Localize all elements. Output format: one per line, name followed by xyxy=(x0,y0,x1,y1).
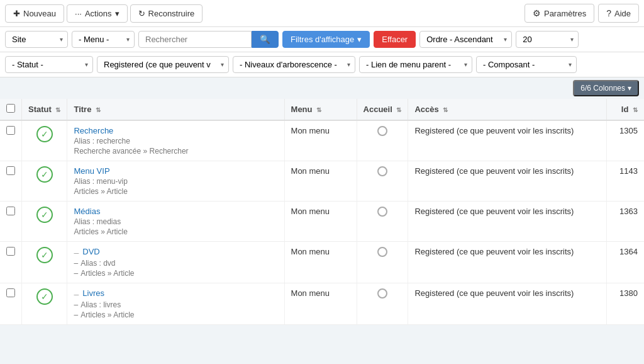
status-check-icon[interactable]: ✓ xyxy=(36,207,53,223)
new-button[interactable]: ✚ Nouveau xyxy=(5,4,64,23)
row-status-cell: ✓ xyxy=(22,283,67,325)
accueil-radio-icon[interactable] xyxy=(377,166,387,176)
actions-label: Actions xyxy=(85,9,112,18)
row-title-cell: MédiasAlias : mediasArticles » Article xyxy=(67,202,284,242)
acces-header-label: Accès xyxy=(414,105,438,114)
menu-header-label: Menu xyxy=(291,105,313,114)
row-acces-cell: Registered (ce que peuvent voir les insc… xyxy=(408,202,606,242)
row-status-cell: ✓ xyxy=(22,202,67,242)
row-id-cell: 1364 xyxy=(606,242,644,283)
status-check-icon[interactable]: ✓ xyxy=(36,247,53,263)
params-button[interactable]: ⚙ Paramètres xyxy=(525,4,594,23)
status-check-icon[interactable]: ✓ xyxy=(36,166,53,183)
row-status-cell: ✓ xyxy=(22,161,67,202)
table-row: ✓MédiasAlias : mediasArticles » ArticleM… xyxy=(0,202,644,242)
status-check-icon[interactable]: ✓ xyxy=(36,288,53,305)
row-acces-cell: Registered (ce que peuvent voir les insc… xyxy=(408,120,606,161)
niveaux-select[interactable]: - Niveaux d'arborescence - xyxy=(233,56,355,73)
row-checkbox[interactable] xyxy=(6,288,15,297)
acces-header[interactable]: Accès ⇅ xyxy=(408,99,606,120)
status-check-icon[interactable]: ✓ xyxy=(36,126,53,142)
order-select[interactable]: Ordre - Ascendant xyxy=(419,31,512,48)
statut-select[interactable]: - Statut - xyxy=(5,56,93,73)
menu-header[interactable]: Menu ⇅ xyxy=(284,99,357,120)
acces-sort-icon: ⇅ xyxy=(443,106,448,113)
lien-select-wrap: - Lien de menu parent - ▾ xyxy=(359,56,472,73)
select-all-header[interactable] xyxy=(0,99,22,120)
row-checkbox-cell xyxy=(0,202,22,242)
filter-bar-2: - Statut - ▾ Registered (ce que peuvent … xyxy=(0,52,644,77)
row-title-link[interactable]: Médias xyxy=(74,207,100,216)
rebuild-button[interactable]: ↻ Reconstruire xyxy=(130,4,203,23)
effacer-button[interactable]: Effacer xyxy=(374,31,416,48)
row-title-link[interactable]: Livres xyxy=(82,288,104,298)
row-title-cell: Menu VIPAlias : menu-vipArticles » Artic… xyxy=(67,161,284,202)
row-checkbox[interactable] xyxy=(6,126,15,135)
composant-select-wrap: - Composant - ▾ xyxy=(476,56,577,73)
id-header[interactable]: Id ⇅ xyxy=(606,99,644,120)
params-label: Paramètres xyxy=(544,9,586,18)
titre-header[interactable]: Titre ⇅ xyxy=(67,99,284,120)
row-alias: Alias : menu-vip xyxy=(74,177,277,186)
table-wrap: Statut ⇅ Titre ⇅ Menu ⇅ Accueil ⇅ Accès xyxy=(0,99,644,325)
select-all-checkbox[interactable] xyxy=(6,104,15,113)
row-id-cell: 1305 xyxy=(606,120,644,161)
row-checkbox-cell xyxy=(0,120,22,161)
filtres-button[interactable]: Filtres d'affichage ▾ xyxy=(282,31,370,48)
row-accueil-cell xyxy=(357,161,408,202)
accueil-radio-icon[interactable] xyxy=(377,288,387,299)
statut-header[interactable]: Statut ⇅ xyxy=(22,99,67,120)
site-select[interactable]: Site xyxy=(5,31,68,48)
table-row: ✓–DVD–Alias : dvd–Articles » ArticleMon … xyxy=(0,242,644,283)
row-acces-cell: Registered (ce que peuvent voir les insc… xyxy=(408,161,606,202)
statut-select-wrap: - Statut - ▾ xyxy=(5,56,93,73)
registered-select[interactable]: Registered (ce que peuvent v xyxy=(97,56,229,73)
search-button[interactable]: 🔍 xyxy=(252,31,279,48)
columns-badge-button[interactable]: 6/6 Colonnes ▾ xyxy=(573,80,639,96)
table-row: ✓Menu VIPAlias : menu-vipArticles » Arti… xyxy=(0,161,644,202)
filtres-chevron-icon: ▾ xyxy=(357,35,362,44)
row-accueil-cell xyxy=(357,120,408,161)
accueil-header[interactable]: Accueil ⇅ xyxy=(357,99,408,120)
row-id-cell: 1380 xyxy=(606,283,644,325)
row-path: –Articles » Article xyxy=(74,310,277,319)
id-sort-icon: ⇅ xyxy=(633,106,638,113)
row-status-cell: ✓ xyxy=(22,242,67,283)
row-checkbox[interactable] xyxy=(6,166,15,175)
row-id-cell: 1363 xyxy=(606,202,644,242)
menu-select[interactable]: - Menu - xyxy=(72,31,135,48)
menu-select-wrap: - Menu - ▾ xyxy=(72,31,135,48)
items-table: Statut ⇅ Titre ⇅ Menu ⇅ Accueil ⇅ Accès xyxy=(0,99,644,325)
row-menu-cell: Mon menu xyxy=(284,120,357,161)
search-icon: 🔍 xyxy=(260,35,270,44)
row-accueil-cell xyxy=(357,202,408,242)
page-size-select-wrap: 20 ▾ xyxy=(516,31,579,48)
titre-sort-icon: ⇅ xyxy=(96,106,101,113)
lien-select[interactable]: - Lien de menu parent - xyxy=(359,56,472,73)
row-checkbox[interactable] xyxy=(6,247,15,256)
accueil-radio-icon[interactable] xyxy=(377,126,387,136)
help-button[interactable]: ? Aide xyxy=(598,4,639,23)
table-row: ✓RechercheAlias : rechercheRecherche ava… xyxy=(0,120,644,161)
actions-dots-icon: ··· xyxy=(75,9,82,18)
composant-select[interactable]: - Composant - xyxy=(476,56,577,73)
row-acces-cell: Registered (ce que peuvent voir les insc… xyxy=(408,283,606,325)
row-checkbox[interactable] xyxy=(6,207,15,215)
row-title-link[interactable]: DVD xyxy=(82,247,99,256)
row-checkbox-cell xyxy=(0,161,22,202)
page-size-select[interactable]: 20 xyxy=(516,31,579,48)
toolbar-right: ⚙ Paramètres ? Aide xyxy=(525,4,639,23)
accueil-radio-icon[interactable] xyxy=(377,207,387,217)
row-title-link[interactable]: Recherche xyxy=(74,126,113,135)
row-path: Articles » Article xyxy=(74,227,277,236)
titre-header-label: Titre xyxy=(74,105,91,114)
row-acces-cell: Registered (ce que peuvent voir les insc… xyxy=(408,242,606,283)
site-select-wrap: Site ▾ xyxy=(5,31,68,48)
actions-button[interactable]: ··· Actions ▾ xyxy=(67,4,127,23)
search-input[interactable] xyxy=(138,31,252,48)
row-title-link[interactable]: Menu VIP xyxy=(74,166,109,176)
accueil-radio-icon[interactable] xyxy=(377,247,387,257)
row-id-cell: 1143 xyxy=(606,161,644,202)
accueil-header-label: Accueil xyxy=(364,105,392,114)
row-path: Articles » Article xyxy=(74,187,277,196)
